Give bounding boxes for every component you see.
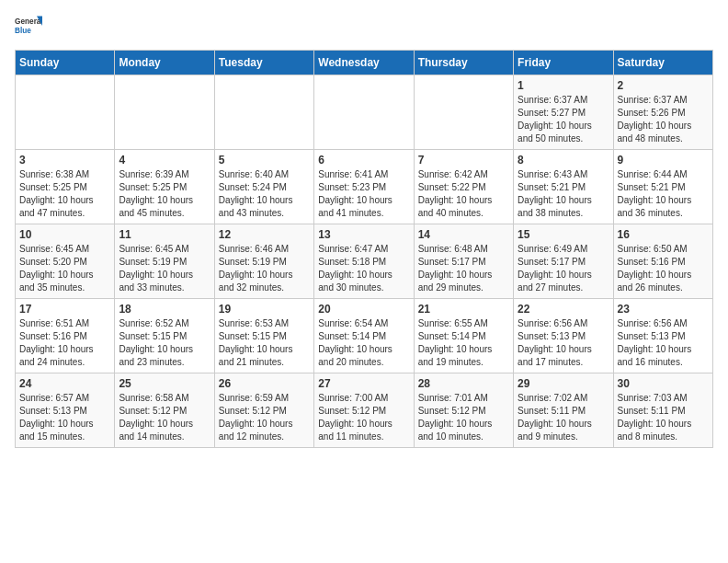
day-cell: 20Sunrise: 6:54 AM Sunset: 5:14 PM Dayli… bbox=[314, 299, 414, 373]
week-row-0: 1Sunrise: 6:37 AM Sunset: 5:27 PM Daylig… bbox=[16, 75, 713, 150]
day-number: 1 bbox=[518, 79, 609, 92]
day-cell: 15Sunrise: 6:49 AM Sunset: 5:17 PM Dayli… bbox=[514, 224, 613, 299]
day-info: Sunrise: 6:40 AM Sunset: 5:24 PM Dayligh… bbox=[219, 168, 310, 220]
day-number: 24 bbox=[19, 377, 110, 390]
week-row-2: 10Sunrise: 6:45 AM Sunset: 5:20 PM Dayli… bbox=[16, 224, 713, 299]
day-info: Sunrise: 6:55 AM Sunset: 5:14 PM Dayligh… bbox=[418, 317, 509, 369]
day-cell: 13Sunrise: 6:47 AM Sunset: 5:18 PM Dayli… bbox=[314, 224, 414, 299]
day-cell: 14Sunrise: 6:48 AM Sunset: 5:17 PM Dayli… bbox=[414, 224, 513, 299]
day-number: 25 bbox=[119, 377, 210, 390]
day-cell bbox=[314, 75, 414, 150]
day-number: 13 bbox=[318, 228, 409, 241]
day-cell: 7Sunrise: 6:42 AM Sunset: 5:22 PM Daylig… bbox=[414, 150, 513, 224]
week-row-3: 17Sunrise: 6:51 AM Sunset: 5:16 PM Dayli… bbox=[16, 299, 713, 373]
day-cell: 25Sunrise: 6:58 AM Sunset: 5:12 PM Dayli… bbox=[115, 373, 214, 448]
day-info: Sunrise: 6:58 AM Sunset: 5:12 PM Dayligh… bbox=[119, 392, 210, 443]
day-cell: 8Sunrise: 6:43 AM Sunset: 5:21 PM Daylig… bbox=[514, 150, 613, 224]
week-row-4: 24Sunrise: 6:57 AM Sunset: 5:13 PM Dayli… bbox=[16, 373, 713, 448]
day-info: Sunrise: 6:44 AM Sunset: 5:21 PM Dayligh… bbox=[618, 168, 709, 220]
day-number: 28 bbox=[418, 377, 509, 390]
day-cell: 4Sunrise: 6:39 AM Sunset: 5:25 PM Daylig… bbox=[115, 150, 214, 224]
day-info: Sunrise: 6:48 AM Sunset: 5:17 PM Dayligh… bbox=[418, 243, 509, 294]
day-cell: 22Sunrise: 6:56 AM Sunset: 5:13 PM Dayli… bbox=[514, 299, 613, 373]
day-cell: 26Sunrise: 6:59 AM Sunset: 5:12 PM Dayli… bbox=[214, 373, 313, 448]
day-header-thursday: Thursday bbox=[414, 51, 513, 75]
day-info: Sunrise: 6:41 AM Sunset: 5:23 PM Dayligh… bbox=[318, 168, 409, 220]
day-number: 22 bbox=[518, 303, 609, 316]
day-header-monday: Monday bbox=[115, 51, 214, 75]
day-info: Sunrise: 6:54 AM Sunset: 5:14 PM Dayligh… bbox=[318, 317, 409, 369]
day-info: Sunrise: 6:45 AM Sunset: 5:19 PM Dayligh… bbox=[119, 243, 210, 294]
day-cell: 30Sunrise: 7:03 AM Sunset: 5:11 PM Dayli… bbox=[613, 373, 712, 448]
day-number: 2 bbox=[618, 79, 709, 92]
day-cell bbox=[115, 75, 214, 150]
day-info: Sunrise: 7:03 AM Sunset: 5:11 PM Dayligh… bbox=[618, 392, 709, 443]
day-cell: 12Sunrise: 6:46 AM Sunset: 5:19 PM Dayli… bbox=[214, 224, 313, 299]
day-info: Sunrise: 6:43 AM Sunset: 5:21 PM Dayligh… bbox=[518, 168, 609, 220]
day-cell: 9Sunrise: 6:44 AM Sunset: 5:21 PM Daylig… bbox=[613, 150, 712, 224]
day-number: 11 bbox=[119, 228, 210, 241]
day-number: 4 bbox=[119, 154, 210, 167]
week-row-1: 3Sunrise: 6:38 AM Sunset: 5:25 PM Daylig… bbox=[16, 150, 713, 224]
day-cell: 11Sunrise: 6:45 AM Sunset: 5:19 PM Dayli… bbox=[115, 224, 214, 299]
day-info: Sunrise: 6:53 AM Sunset: 5:15 PM Dayligh… bbox=[219, 317, 310, 369]
day-number: 21 bbox=[418, 303, 509, 316]
day-info: Sunrise: 6:56 AM Sunset: 5:13 PM Dayligh… bbox=[618, 317, 709, 369]
day-number: 8 bbox=[518, 154, 609, 167]
day-cell: 24Sunrise: 6:57 AM Sunset: 5:13 PM Dayli… bbox=[16, 373, 115, 448]
day-number: 5 bbox=[219, 154, 310, 167]
day-info: Sunrise: 6:52 AM Sunset: 5:15 PM Dayligh… bbox=[119, 317, 210, 369]
day-info: Sunrise: 6:47 AM Sunset: 5:18 PM Dayligh… bbox=[318, 243, 409, 294]
day-number: 6 bbox=[318, 154, 409, 167]
day-number: 3 bbox=[19, 154, 110, 167]
logo: General Blue bbox=[15, 15, 42, 42]
day-info: Sunrise: 6:46 AM Sunset: 5:19 PM Dayligh… bbox=[219, 243, 310, 294]
day-number: 16 bbox=[618, 228, 709, 241]
day-number: 18 bbox=[119, 303, 210, 316]
day-info: Sunrise: 6:51 AM Sunset: 5:16 PM Dayligh… bbox=[19, 317, 110, 369]
day-number: 27 bbox=[318, 377, 409, 390]
day-number: 26 bbox=[219, 377, 310, 390]
day-cell bbox=[214, 75, 313, 150]
day-cell: 2Sunrise: 6:37 AM Sunset: 5:26 PM Daylig… bbox=[613, 75, 712, 150]
day-info: Sunrise: 6:50 AM Sunset: 5:16 PM Dayligh… bbox=[618, 243, 709, 294]
day-cell: 29Sunrise: 7:02 AM Sunset: 5:11 PM Dayli… bbox=[514, 373, 613, 448]
day-number: 20 bbox=[318, 303, 409, 316]
day-cell: 6Sunrise: 6:41 AM Sunset: 5:23 PM Daylig… bbox=[314, 150, 414, 224]
day-cell bbox=[414, 75, 513, 150]
day-header-saturday: Saturday bbox=[613, 51, 712, 75]
day-number: 10 bbox=[19, 228, 110, 241]
day-number: 9 bbox=[618, 154, 709, 167]
day-cell: 19Sunrise: 6:53 AM Sunset: 5:15 PM Dayli… bbox=[214, 299, 313, 373]
day-number: 29 bbox=[518, 377, 609, 390]
day-header-sunday: Sunday bbox=[16, 51, 115, 75]
day-info: Sunrise: 6:57 AM Sunset: 5:13 PM Dayligh… bbox=[19, 392, 110, 443]
day-number: 15 bbox=[518, 228, 609, 241]
day-cell: 10Sunrise: 6:45 AM Sunset: 5:20 PM Dayli… bbox=[16, 224, 115, 299]
day-info: Sunrise: 6:59 AM Sunset: 5:12 PM Dayligh… bbox=[219, 392, 310, 443]
day-info: Sunrise: 6:39 AM Sunset: 5:25 PM Dayligh… bbox=[119, 168, 210, 220]
day-info: Sunrise: 6:56 AM Sunset: 5:13 PM Dayligh… bbox=[518, 317, 609, 369]
calendar-table: SundayMondayTuesdayWednesdayThursdayFrid… bbox=[15, 50, 713, 448]
day-cell bbox=[16, 75, 115, 150]
day-info: Sunrise: 7:02 AM Sunset: 5:11 PM Dayligh… bbox=[518, 392, 609, 443]
day-number: 7 bbox=[418, 154, 509, 167]
header: General Blue bbox=[15, 15, 713, 42]
day-cell: 28Sunrise: 7:01 AM Sunset: 5:12 PM Dayli… bbox=[414, 373, 513, 448]
day-cell: 21Sunrise: 6:55 AM Sunset: 5:14 PM Dayli… bbox=[414, 299, 513, 373]
day-info: Sunrise: 6:37 AM Sunset: 5:27 PM Dayligh… bbox=[518, 94, 609, 145]
day-number: 12 bbox=[219, 228, 310, 241]
day-cell: 27Sunrise: 7:00 AM Sunset: 5:12 PM Dayli… bbox=[314, 373, 414, 448]
day-header-wednesday: Wednesday bbox=[314, 51, 414, 75]
day-cell: 1Sunrise: 6:37 AM Sunset: 5:27 PM Daylig… bbox=[514, 75, 613, 150]
logo-icon: General Blue bbox=[15, 15, 42, 42]
day-cell: 23Sunrise: 6:56 AM Sunset: 5:13 PM Dayli… bbox=[613, 299, 712, 373]
day-info: Sunrise: 6:42 AM Sunset: 5:22 PM Dayligh… bbox=[418, 168, 509, 220]
day-cell: 5Sunrise: 6:40 AM Sunset: 5:24 PM Daylig… bbox=[214, 150, 313, 224]
header-row: SundayMondayTuesdayWednesdayThursdayFrid… bbox=[16, 51, 713, 75]
day-cell: 18Sunrise: 6:52 AM Sunset: 5:15 PM Dayli… bbox=[115, 299, 214, 373]
svg-text:Blue: Blue bbox=[15, 27, 31, 35]
day-header-tuesday: Tuesday bbox=[214, 51, 313, 75]
day-number: 30 bbox=[618, 377, 709, 390]
day-number: 23 bbox=[618, 303, 709, 316]
